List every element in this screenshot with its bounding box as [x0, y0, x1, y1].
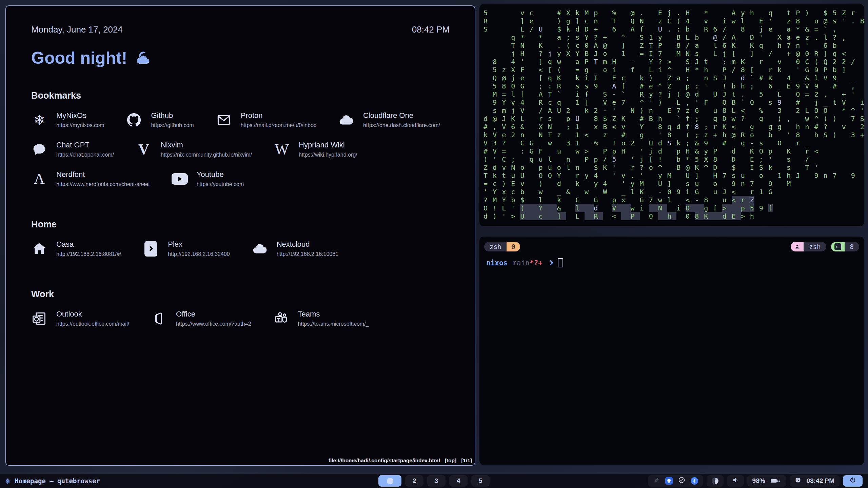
window-title-module: ❄ Homepage — qutebrowser	[5, 477, 100, 485]
chat-bubble-icon	[31, 141, 47, 158]
workspace-button-4[interactable]: 4	[449, 475, 468, 487]
statusbar-tab-counter: [1/1]	[461, 458, 472, 464]
terminal-cursor	[558, 258, 563, 267]
bookmark-item[interactable]: ANerdfonthttps://www.nerdfonts.com/cheat…	[31, 170, 150, 187]
bookmark-title: Chat GPT	[56, 141, 114, 149]
bookmark-item[interactable]: Githubhttps://github.com	[126, 111, 194, 128]
bluetooth-icon[interactable]	[691, 477, 698, 485]
prompt-git-branch: main	[512, 259, 530, 267]
bookmark-title: Youtube	[197, 170, 244, 179]
bookmark-item[interactable]: ❄MyNixOshttps://mynixos.com	[31, 111, 104, 128]
tmux-window-index: 0	[507, 242, 520, 251]
battery-charging-icon	[771, 479, 781, 484]
bookmark-title: Cloudflare One	[363, 111, 440, 120]
bookmark-item[interactable]: Officehttps://www.office.com/?auth=2	[151, 310, 251, 327]
prompt-host: nixos	[486, 259, 508, 267]
bookmark-url: https://nix-community.github.io/nixvim/	[161, 152, 252, 158]
vim-v-icon: V	[136, 141, 152, 158]
bookmark-item[interactable]: Protonhttps://mail.proton.me/u/0/inbox	[216, 111, 316, 128]
bookmark-title: Casa	[56, 240, 121, 249]
statusbar-scroll-position: [top]	[445, 458, 456, 464]
github-icon	[126, 112, 142, 128]
user-icon	[791, 242, 804, 251]
bookmark-url: https://wiki.hyprland.org/	[299, 152, 357, 158]
bookmark-item[interactable]: Cloudflare Onehttps://one.dash.cloudflar…	[338, 111, 440, 128]
shield-icon[interactable]	[665, 477, 673, 485]
workspace-button-1[interactable]	[378, 475, 401, 487]
section-home: HomeCasahttp://192.168.2.16:8081/#/Plexh…	[31, 219, 450, 257]
bookmark-title: Office	[176, 310, 251, 319]
clock-icon	[795, 477, 801, 485]
bookmark-url: https://mynixos.com	[56, 122, 104, 128]
moon-icon	[712, 477, 718, 484]
shell-prompt[interactable]: nixos main *?+	[486, 258, 859, 267]
section-bookmarks: Bookmarks❄MyNixOshttps://mynixos.comGith…	[31, 90, 450, 187]
bookmark-url: https://chat.openai.com/	[56, 152, 114, 158]
tmux-count-pill: >_ 8	[831, 242, 859, 251]
power-button[interactable]	[843, 475, 863, 487]
tmux-statusbar: zsh 0 zsh >_ 8	[484, 242, 859, 251]
section-title: Bookmarks	[31, 90, 450, 101]
check-circle-icon[interactable]	[678, 476, 685, 485]
bookmark-item[interactable]: VNixvimhttps://nix-community.github.io/n…	[136, 141, 252, 158]
waybar: ❄ Homepage — qutebrowser 2345	[0, 474, 868, 488]
bookmark-item[interactable]: Plexhttp://192.168.2.16:32400	[143, 240, 230, 257]
active-workspace-indicator	[387, 478, 393, 484]
plex-chevron-icon	[143, 241, 159, 257]
bookmark-title: Nerdfont	[56, 170, 150, 179]
bookmark-url: http://192.168.2.16:10081	[277, 251, 338, 257]
terminal-matrix-window: 5 v c # X k M p % @ . E j . H * A y h q …	[479, 4, 864, 226]
bookmark-item[interactable]: Nextcloudhttp://192.168.2.16:10081	[252, 240, 338, 257]
kdeconnect-icon[interactable]	[653, 477, 660, 485]
terminal-icon: >_	[831, 242, 845, 251]
tmux-session-name: zsh	[804, 242, 826, 251]
bookmark-item[interactable]: Outlookhttps://outlook.office.com/mail/	[31, 310, 129, 327]
volume-module[interactable]	[727, 475, 744, 487]
bookmark-item[interactable]: Chat GPThttps://chat.openai.com/	[31, 141, 114, 158]
workspace-button-3[interactable]: 3	[427, 475, 446, 487]
bookmark-url: https://www.nerdfonts.com/cheat-sheet	[56, 181, 150, 187]
bookmark-url: https://outlook.office.com/mail/	[56, 321, 129, 327]
moon-cloud-icon	[133, 47, 151, 69]
workspace-button-5[interactable]: 5	[471, 475, 490, 487]
night-light-module[interactable]	[707, 475, 724, 487]
tmux-count-value: 8	[845, 242, 859, 251]
bookmark-item[interactable]: WHyprland Wikihttps://wiki.hyprland.org/	[274, 141, 357, 158]
speaker-icon	[732, 477, 739, 485]
bookmark-url: http://192.168.2.16:8081/#/	[56, 251, 121, 257]
bookmark-url: https://teams.microsoft.com/_	[298, 321, 369, 327]
youtube-icon	[172, 171, 188, 187]
cloud-icon	[338, 112, 354, 128]
tmux-window-name: zsh	[484, 242, 507, 251]
bookmark-title: Proton	[241, 111, 316, 120]
bookmark-url: https://www.office.com/?auth=2	[176, 321, 251, 327]
bookmark-title: Plex	[168, 240, 230, 249]
power-icon	[849, 477, 856, 485]
prompt-arrow-icon	[548, 260, 553, 266]
workspace-button-2[interactable]: 2	[405, 475, 423, 487]
bookmark-item[interactable]: Youtubehttps://youtube.com	[172, 170, 244, 187]
bookmark-item[interactable]: Casahttp://192.168.2.16:8081/#/	[31, 240, 121, 257]
outlook-icon	[31, 310, 47, 327]
clock-module[interactable]: 08:42 PM	[790, 475, 840, 487]
wikipedia-w-icon: W	[274, 141, 290, 158]
house-icon	[31, 241, 47, 257]
bookmark-item[interactable]: Teamshttps://teams.microsoft.com/_	[273, 310, 369, 327]
section-title: Home	[31, 219, 450, 230]
battery-percent: 98%	[752, 477, 765, 485]
window-title-text: Homepage — qutebrowser	[15, 477, 100, 485]
clock-time: 08:42 PM	[807, 477, 834, 485]
bookmark-url: https://youtube.com	[197, 181, 244, 187]
nix-snowflake-icon: ❄	[5, 477, 10, 485]
bookmark-url: https://mail.proton.me/u/0/inbox	[241, 122, 316, 128]
bookmark-title: Nixvim	[161, 141, 252, 149]
terminal-shell-window: zsh 0 zsh >_ 8 nixos main *?+	[479, 237, 864, 465]
battery-module[interactable]: 98%	[747, 475, 786, 487]
serif-a-icon: A	[31, 171, 47, 187]
qutebrowser-window: Monday, June 17, 2024 08:42 PM Good nigh…	[5, 5, 475, 466]
tmux-window-tab[interactable]: zsh 0	[484, 242, 520, 251]
section-work: WorkOutlookhttps://outlook.office.com/ma…	[31, 289, 450, 327]
bookmark-url: https://one.dash.cloudflare.com/	[363, 122, 440, 128]
greeting: Good night!	[31, 47, 450, 69]
bookmark-title: Teams	[298, 310, 369, 319]
